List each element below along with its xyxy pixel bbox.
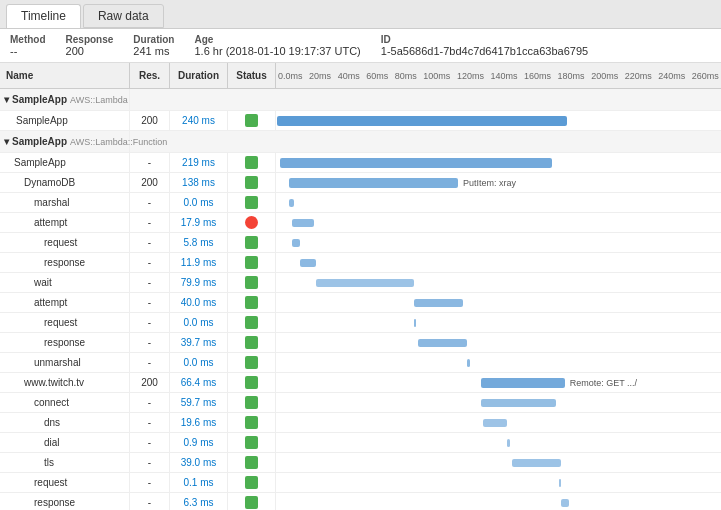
cell-dur: 240 ms [170,111,228,130]
response-label: Response [66,34,114,45]
table-row: request - 0.0 ms [0,313,721,333]
table-row: DynamoDB 200 138 ms PutItem: xray [0,173,721,193]
cell-name: request [0,473,130,492]
cell-res: 200 [130,111,170,130]
cell-status [228,493,276,510]
cell-name: request [0,233,130,252]
cell-timeline [276,153,721,172]
method-value: -- [10,45,46,57]
col-header-duration: Duration [170,63,228,88]
table-row: dial - 0.9 ms [0,433,721,453]
status-ok-icon [245,396,258,409]
cell-res: - [130,293,170,312]
tab-rawdata[interactable]: Raw data [83,4,164,28]
status-ok-icon [245,236,258,249]
cell-timeline [276,313,721,332]
cell-name: attempt [0,293,130,312]
cell-res: - [130,393,170,412]
cell-name: response [0,333,130,352]
table-row: request - 5.8 ms [0,233,721,253]
table-row: SampleApp 200 240 ms [0,111,721,131]
id-label: ID [381,34,711,45]
cell-res: - [130,353,170,372]
cell-dur: 11.9 ms [170,253,228,272]
cell-dur: 17.9 ms [170,213,228,232]
app-container: Timeline Raw data Method -- Response 200… [0,0,721,510]
cell-status [228,453,276,472]
cell-dur: 5.8 ms [170,233,228,252]
age-label: Age [194,34,360,45]
cell-status [228,153,276,172]
cell-status [228,473,276,492]
cell-name: attempt [0,213,130,232]
cell-timeline [276,453,721,472]
cell-status [228,413,276,432]
meta-age: Age 1.6 hr (2018-01-10 19:17:37 UTC) [194,34,360,57]
duration-value: 241 ms [133,45,174,57]
status-ok-icon [245,156,258,169]
col-header-timeline: 0.0ms 20ms 40ms 60ms 80ms 100ms 120ms 14… [276,63,721,88]
cell-status [228,253,276,272]
cell-dur: 39.0 ms [170,453,228,472]
cell-status [228,333,276,352]
cell-status [228,293,276,312]
cell-name: SampleApp [0,111,130,130]
cell-res: - [130,413,170,432]
col-header-name: Name [0,63,130,88]
cell-timeline [276,493,721,510]
cell-name: dns [0,413,130,432]
cell-dur: 0.1 ms [170,473,228,492]
cell-timeline [276,333,721,352]
status-ok-icon [245,316,258,329]
cell-timeline [276,273,721,292]
cell-dur: 0.0 ms [170,313,228,332]
cell-dur: 0.0 ms [170,353,228,372]
meta-method: Method -- [10,34,46,57]
cell-name: response [0,253,130,272]
cell-dur: 0.0 ms [170,193,228,212]
cell-res: - [130,333,170,352]
cell-status [228,173,276,192]
cell-status [228,213,276,232]
status-ok-icon [245,276,258,289]
cell-status [228,353,276,372]
cell-timeline [276,111,721,130]
group-header-lambda[interactable]: ▾ SampleApp AWS::Lambda [0,89,721,111]
cell-res: - [130,273,170,292]
cell-timeline [276,193,721,212]
status-ok-icon [245,376,258,389]
cell-timeline [276,233,721,252]
tab-timeline[interactable]: Timeline [6,4,81,28]
cell-name: dial [0,433,130,452]
group-name-function: ▾ SampleApp AWS::Lambda::Function [0,131,130,152]
cell-dur: 39.7 ms [170,333,228,352]
method-label: Method [10,34,46,45]
cell-timeline [276,353,721,372]
cell-timeline [276,213,721,232]
table-row: tls - 39.0 ms [0,453,721,473]
status-ok-icon [245,356,258,369]
cell-status [228,373,276,392]
table-row: response - 11.9 ms [0,253,721,273]
table-row: SampleApp - 219 ms [0,153,721,173]
status-ok-icon [245,496,258,509]
cell-res: - [130,493,170,510]
status-ok-icon [245,296,258,309]
id-value: 1-5a5686d1-7bd4c7d6417b1cca63ba6795 [381,45,711,57]
duration-label: Duration [133,34,174,45]
cell-dur: 66.4 ms [170,373,228,392]
cell-res: - [130,153,170,172]
group-header-function[interactable]: ▾ SampleApp AWS::Lambda::Function [0,131,721,153]
status-ok-icon [245,114,258,127]
cell-name: SampleApp [0,153,130,172]
cell-name: wait [0,273,130,292]
cell-name: DynamoDB [0,173,130,192]
cell-status [228,111,276,130]
table-row: wait - 79.9 ms [0,273,721,293]
cell-timeline [276,433,721,452]
cell-name: marshal [0,193,130,212]
column-headers: Name Res. Duration Status 0.0ms 20ms 40m… [0,63,721,89]
table-row: attempt - 40.0 ms [0,293,721,313]
cell-timeline: Remote: GET .../ [276,373,721,392]
table-row: connect - 59.7 ms [0,393,721,413]
